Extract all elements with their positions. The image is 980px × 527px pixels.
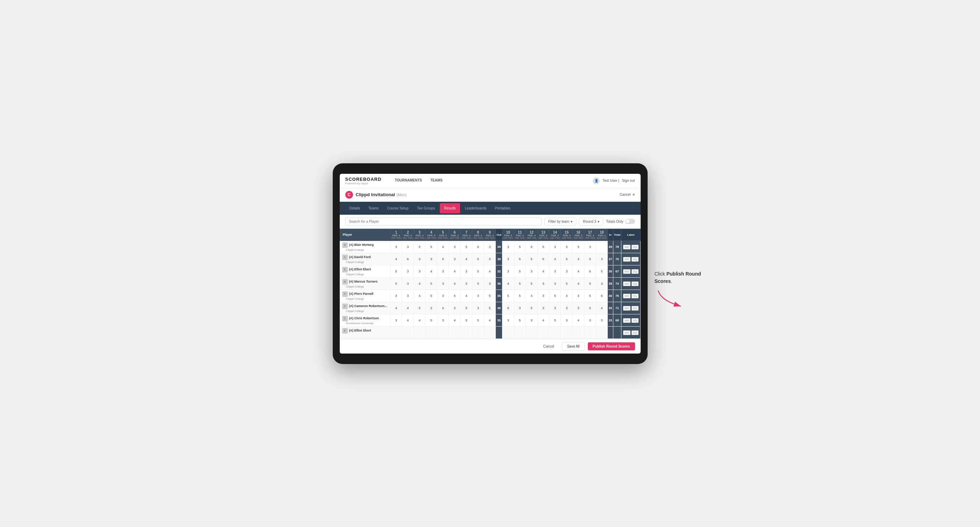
score-h15[interactable]: 5 (561, 253, 573, 265)
wd-badge[interactable]: WD (623, 257, 630, 262)
score-h4[interactable]: 4 (425, 265, 437, 277)
score-h5[interactable] (437, 326, 449, 338)
score-h3[interactable] (414, 326, 425, 338)
score-h9[interactable]: 3 (484, 253, 495, 265)
score-h6[interactable] (449, 326, 460, 338)
score-h12[interactable]: 5 (526, 277, 538, 290)
score-h8[interactable]: 5 (473, 277, 484, 290)
score-h4[interactable] (425, 326, 437, 338)
score-h6[interactable]: 5 (449, 290, 460, 302)
score-h15[interactable]: 3 (561, 302, 573, 314)
score-h11[interactable]: 5 (514, 290, 525, 302)
score-h3[interactable]: 3 (414, 265, 425, 277)
score-h8[interactable] (473, 326, 484, 338)
score-h2[interactable]: 3 (402, 241, 414, 253)
score-h16[interactable]: 4 (573, 265, 584, 277)
score-h9[interactable]: 4 (484, 265, 495, 277)
score-h16[interactable]: 4 (573, 277, 584, 290)
score-h13[interactable]: 3 (538, 302, 549, 314)
score-h14[interactable] (549, 326, 561, 338)
wd-badge[interactable]: WD (623, 269, 630, 274)
score-h14[interactable]: 5 (549, 314, 561, 326)
score-h15[interactable]: 3 (561, 265, 573, 277)
round-select[interactable]: Round 3 ▾ (579, 217, 603, 225)
score-h1[interactable]: 5 (390, 277, 402, 290)
wd-badge[interactable]: WD (623, 245, 630, 249)
score-h2[interactable]: 6 (402, 253, 414, 265)
score-h17[interactable]: 5 (584, 253, 596, 265)
score-h15[interactable]: 5 (561, 241, 573, 253)
tab-tee-groups[interactable]: Tee Groups (413, 203, 439, 213)
score-h8[interactable]: 3 (473, 302, 484, 314)
score-h8[interactable]: 3 (473, 290, 484, 302)
score-h8[interactable]: 5 (473, 314, 484, 326)
score-h1[interactable]: 4 (390, 302, 402, 314)
score-h2[interactable] (402, 326, 414, 338)
nav-tournaments[interactable]: TOURNAMENTS (391, 177, 425, 184)
score-h18[interactable] (596, 241, 608, 253)
score-h17[interactable]: 6 (584, 265, 596, 277)
score-h14[interactable]: 3 (549, 253, 561, 265)
score-h13[interactable]: 3 (538, 277, 549, 290)
dq-badge[interactable]: DQ (632, 281, 638, 286)
score-h3[interactable]: 4 (414, 314, 425, 326)
score-h7[interactable]: 3 (460, 265, 472, 277)
score-h6[interactable]: 4 (449, 277, 460, 290)
score-h10[interactable]: 3 (503, 265, 514, 277)
tab-course-setup[interactable]: Course Setup (383, 203, 413, 213)
score-h11[interactable]: 5 (514, 277, 525, 290)
save-all-button[interactable]: Save All (562, 342, 585, 351)
publish-round-scores-button[interactable]: Publish Round Scores (588, 342, 635, 351)
score-h18[interactable]: 3 (596, 253, 608, 265)
score-h11[interactable]: 5 (514, 241, 525, 253)
score-h6[interactable]: 3 (449, 302, 460, 314)
toggle-switch[interactable] (625, 219, 635, 224)
score-h5[interactable]: 4 (437, 241, 449, 253)
score-h16[interactable]: 3 (573, 253, 584, 265)
score-h11[interactable]: 5 (514, 265, 525, 277)
score-h13[interactable] (538, 326, 549, 338)
score-h3[interactable]: 3 (414, 253, 425, 265)
score-h9[interactable]: 4 (484, 314, 495, 326)
dq-badge[interactable]: DQ (632, 269, 638, 274)
score-h18[interactable]: 3 (596, 314, 608, 326)
score-h5[interactable]: 3 (437, 277, 449, 290)
score-h5[interactable]: 3 (437, 290, 449, 302)
score-h3[interactable]: 5 (414, 241, 425, 253)
dq-badge[interactable]: DQ (632, 306, 638, 311)
nav-teams[interactable]: TEAMS (427, 177, 446, 184)
score-h7[interactable]: 5 (460, 302, 472, 314)
score-h10[interactable] (503, 326, 514, 338)
score-h11[interactable] (514, 326, 525, 338)
score-h14[interactable]: 3 (549, 302, 561, 314)
score-h10[interactable]: 4 (503, 277, 514, 290)
score-h11[interactable]: 5 (514, 253, 525, 265)
score-h18[interactable]: 3 (596, 277, 608, 290)
filter-by-team-select[interactable]: Filter by team ▾ (544, 217, 577, 225)
score-h4[interactable]: 5 (425, 241, 437, 253)
score-h13[interactable]: 5 (538, 241, 549, 253)
score-h12[interactable] (526, 326, 538, 338)
score-h9[interactable]: 5 (484, 290, 495, 302)
score-h16[interactable]: 4 (573, 314, 584, 326)
score-h15[interactable] (561, 326, 573, 338)
score-h2[interactable]: 4 (402, 314, 414, 326)
score-h7[interactable]: 4 (460, 290, 472, 302)
score-h9[interactable]: 3 (484, 241, 495, 253)
score-h9[interactable] (484, 326, 495, 338)
score-h16[interactable] (573, 326, 584, 338)
score-h6[interactable]: 4 (449, 314, 460, 326)
score-h5[interactable]: 5 (437, 253, 449, 265)
score-h10[interactable]: 3 (503, 253, 514, 265)
score-h9[interactable]: 5 (484, 302, 495, 314)
score-h1[interactable]: 3 (390, 290, 402, 302)
score-h13[interactable]: 4 (538, 265, 549, 277)
search-input[interactable] (345, 217, 542, 225)
score-h11[interactable]: 5 (514, 314, 525, 326)
score-h6[interactable]: 3 (449, 253, 460, 265)
score-h10[interactable]: 5 (503, 290, 514, 302)
score-h12[interactable]: 5 (526, 253, 538, 265)
score-h4[interactable]: 5 (425, 314, 437, 326)
score-h16[interactable]: 5 (573, 241, 584, 253)
score-h3[interactable]: 4 (414, 277, 425, 290)
